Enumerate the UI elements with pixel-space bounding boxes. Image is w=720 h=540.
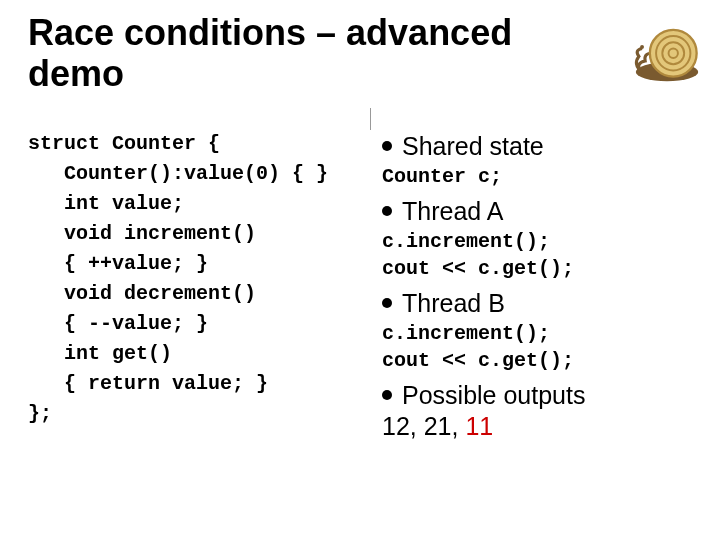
right-column: Shared state Counter c; Thread A c.incre… <box>382 129 692 441</box>
bullet-icon <box>382 206 392 216</box>
snail-icon <box>628 8 706 86</box>
bullet-thread-b: Thread B <box>382 288 692 318</box>
bullet-icon <box>382 298 392 308</box>
title-divider <box>370 108 371 130</box>
bullet-shared-state: Shared state <box>382 131 692 161</box>
left-column: struct Counter { Counter():value(0) { } … <box>28 129 358 441</box>
bullet-label: Thread B <box>402 288 505 318</box>
code-thread-b: c.increment(); cout << c.get(); <box>382 320 692 374</box>
possible-outputs: 12, 21, 11 <box>382 412 692 441</box>
bullet-icon <box>382 141 392 151</box>
bullet-icon <box>382 390 392 400</box>
slide-title: Race conditions – advanced demo <box>28 12 588 95</box>
bullet-label: Possible outputs <box>402 380 585 410</box>
content-row: struct Counter { Counter():value(0) { } … <box>28 129 692 441</box>
svg-point-2 <box>640 45 644 49</box>
outputs-normal: 12, 21, <box>382 412 465 440</box>
code-shared-state: Counter c; <box>382 163 692 190</box>
bullet-possible-outputs: Possible outputs <box>382 380 692 410</box>
bullet-thread-a: Thread A <box>382 196 692 226</box>
outputs-highlight: 11 <box>465 412 493 440</box>
code-thread-a: c.increment(); cout << c.get(); <box>382 228 692 282</box>
counter-struct-code: struct Counter { Counter():value(0) { } … <box>28 129 358 429</box>
slide: Race conditions – advanced demo struct C… <box>0 0 720 540</box>
bullet-label: Thread A <box>402 196 503 226</box>
bullet-label: Shared state <box>402 131 544 161</box>
